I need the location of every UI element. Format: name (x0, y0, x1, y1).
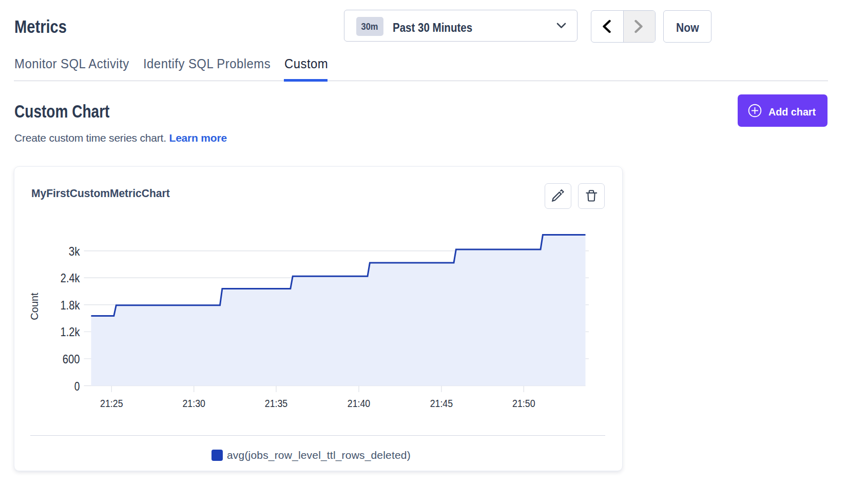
svg-text:2.4k: 2.4k (61, 271, 81, 285)
svg-text:21:30: 21:30 (182, 398, 205, 409)
svg-text:21:45: 21:45 (430, 398, 453, 409)
svg-text:0: 0 (74, 379, 80, 393)
svg-text:Count: Count (29, 293, 40, 320)
svg-text:3k: 3k (69, 244, 81, 258)
svg-text:21:40: 21:40 (348, 398, 371, 409)
svg-text:1.2k: 1.2k (61, 325, 81, 339)
svg-text:21:50: 21:50 (512, 398, 535, 409)
svg-text:21:25: 21:25 (100, 398, 123, 409)
svg-text:600: 600 (63, 352, 80, 366)
svg-text:1.8k: 1.8k (60, 298, 80, 312)
svg-text:21:35: 21:35 (265, 398, 288, 409)
